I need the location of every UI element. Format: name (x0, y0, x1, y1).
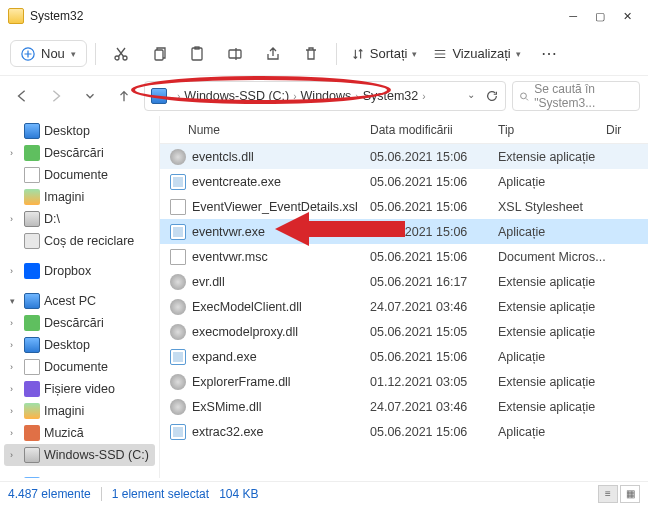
new-button[interactable]: Nou ▾ (10, 40, 87, 67)
file-row[interactable]: ExplorerFrame.dll01.12.2021 03:05Extensi… (160, 369, 648, 394)
breadcrumb-2[interactable]: System32 (363, 89, 419, 103)
svg-rect-4 (192, 48, 202, 60)
file-list[interactable]: eventcls.dll05.06.2021 15:06Extensie apl… (160, 144, 648, 478)
sidebar-item[interactable]: ›Rețea (0, 474, 159, 478)
minimize-button[interactable]: ─ (569, 10, 577, 23)
sidebar-item[interactable]: ›D:\ (0, 208, 159, 230)
sidebar-item[interactable]: ›Muzică (0, 422, 159, 444)
chevron-right-icon: › (293, 91, 296, 102)
copy-button[interactable] (142, 39, 176, 69)
file-type: Aplicație (498, 225, 606, 239)
img-icon (24, 403, 40, 419)
file-row[interactable]: ExecModelClient.dll24.07.2021 03:46Exten… (160, 294, 648, 319)
paste-button[interactable] (180, 39, 214, 69)
sidebar-item[interactable]: ▾Acest PC (0, 290, 159, 312)
file-row[interactable]: eventcreate.exe05.06.2021 15:06Aplicație (160, 169, 648, 194)
sidebar-item[interactable]: ›Imagini (0, 400, 159, 422)
sidebar-item-label: Dropbox (44, 264, 91, 278)
view-details-button[interactable]: ≡ (598, 485, 618, 503)
chevron-right-icon: › (422, 91, 425, 102)
col-date[interactable]: Data modificării (370, 123, 498, 137)
plus-icon (21, 47, 35, 61)
address-chevron-down-icon[interactable]: ⌄ (467, 89, 475, 103)
up-button[interactable] (110, 82, 138, 110)
col-size[interactable]: Dir (606, 123, 634, 137)
sort-icon (351, 47, 365, 61)
sidebar-item-label: Descărcări (44, 146, 104, 160)
sidebar-item-label: Muzică (44, 426, 84, 440)
file-row[interactable]: eventvwr.exe05.06.2021 15:06Aplicație (160, 219, 648, 244)
file-date: 24.07.2021 03:46 (370, 400, 498, 414)
file-row[interactable]: eventvwr.msc05.06.2021 15:06Document Mic… (160, 244, 648, 269)
sort-button[interactable]: Sortați ▾ (345, 46, 424, 61)
gear-icon (170, 274, 186, 290)
sidebar-item[interactable]: ›Fișiere video (0, 378, 159, 400)
sidebar-item[interactable]: ›Imagini (0, 186, 159, 208)
chevron-down-icon: ▾ (412, 49, 417, 59)
col-type[interactable]: Tip (498, 123, 606, 137)
file-date: 05.06.2021 15:06 (370, 425, 498, 439)
sidebar-item[interactable]: ›Descărcări (0, 312, 159, 334)
file-date: 05.06.2021 15:06 (370, 175, 498, 189)
sidebar-item-label: Desktop (44, 124, 90, 138)
forward-button[interactable] (42, 82, 70, 110)
chevron-right-icon: › (10, 318, 20, 328)
file-name: ExplorerFrame.dll (192, 375, 291, 389)
chevron-right-icon: › (10, 266, 20, 276)
share-button[interactable] (256, 39, 290, 69)
file-row[interactable]: ExSMime.dll24.07.2021 03:46Extensie apli… (160, 394, 648, 419)
chevron-right-icon: › (10, 362, 20, 372)
breadcrumb-1[interactable]: Windows (301, 89, 352, 103)
chevron-down-icon: ▾ (10, 296, 20, 306)
sidebar-item-label: Fișiere video (44, 382, 115, 396)
app-icon (170, 424, 186, 440)
sidebar-item[interactable]: ›Desktop (0, 120, 159, 142)
file-row[interactable]: eventcls.dll05.06.2021 15:06Extensie apl… (160, 144, 648, 169)
address-bar[interactable]: › Windows-SSD (C:) › Windows › System32 … (144, 81, 506, 111)
delete-button[interactable] (294, 39, 328, 69)
refresh-button[interactable] (485, 89, 499, 103)
sidebar-item-label: D:\ (44, 212, 60, 226)
sidebar-item[interactable]: ›Desktop (0, 334, 159, 356)
cut-button[interactable] (104, 39, 138, 69)
status-selection: 1 element selectat (112, 487, 209, 501)
new-label: Nou (41, 46, 65, 61)
gear-icon (170, 324, 186, 340)
sidebar-item[interactable]: ›Windows-SSD (C:) (4, 444, 155, 466)
view-button[interactable]: Vizualizați ▾ (427, 46, 526, 61)
sidebar-item[interactable]: ›Descărcări (0, 142, 159, 164)
file-row[interactable]: evr.dll05.06.2021 16:17Extensie aplicați… (160, 269, 648, 294)
maximize-button[interactable]: ▢ (595, 10, 605, 23)
cut-icon (113, 46, 129, 62)
sidebar-item-label: Descărcări (44, 316, 104, 330)
file-row[interactable]: execmodelproxy.dll05.06.2021 15:05Extens… (160, 319, 648, 344)
paste-icon (189, 46, 205, 62)
monitor-icon (24, 337, 40, 353)
rename-button[interactable] (218, 39, 252, 69)
trash-icon (24, 233, 40, 249)
drive-icon (24, 447, 40, 463)
col-name[interactable]: Nume (160, 123, 370, 137)
file-row[interactable]: expand.exe05.06.2021 15:06Aplicație (160, 344, 648, 369)
more-button[interactable]: ⋯ (531, 44, 567, 63)
breadcrumb-0[interactable]: Windows-SSD (C:) (184, 89, 289, 103)
sidebar: ›Desktop›Descărcări›Documente›Imagini›D:… (0, 116, 159, 478)
recent-button[interactable] (76, 82, 104, 110)
sidebar-item[interactable]: ›Dropbox (0, 260, 159, 282)
view-thumbs-button[interactable]: ▦ (620, 485, 640, 503)
sidebar-item[interactable]: ›Coș de reciclare (0, 230, 159, 252)
search-input[interactable]: Se caută în "System3... (512, 81, 640, 111)
chevron-right-icon: › (10, 340, 20, 350)
file-row[interactable]: extrac32.exe05.06.2021 15:06Aplicație (160, 419, 648, 444)
file-type: Extensie aplicație (498, 325, 606, 339)
sidebar-item[interactable]: ›Documente (0, 356, 159, 378)
back-button[interactable] (8, 82, 36, 110)
view-icon (433, 47, 447, 61)
sidebar-item[interactable]: ›Documente (0, 164, 159, 186)
chevron-right-icon: › (10, 384, 20, 394)
doc-icon (170, 249, 186, 265)
file-row[interactable]: EventViewer_EventDetails.xsl05.06.2021 1… (160, 194, 648, 219)
close-button[interactable]: ✕ (623, 10, 632, 23)
app-icon (170, 174, 186, 190)
toolbar: Nou ▾ Sortați ▾ Vizualizați ▾ ⋯ (0, 32, 648, 76)
